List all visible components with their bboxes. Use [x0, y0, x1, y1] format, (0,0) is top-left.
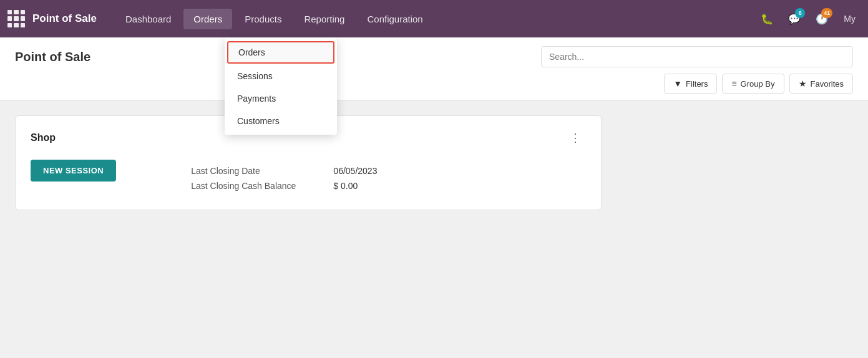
dropdown-item-orders[interactable]: Orders: [227, 41, 334, 64]
dropdown-item-payments[interactable]: Payments: [225, 87, 337, 110]
controls-row: ▼ Filters ≡ Group By ★ Favorites: [0, 67, 868, 100]
last-closing-cash-label: Last Closing Cash Balance: [191, 181, 296, 191]
favorites-button[interactable]: ★ Favorites: [789, 74, 853, 94]
nav-dashboard[interactable]: Dashboard: [115, 9, 181, 29]
dropdown-item-sessions[interactable]: Sessions: [225, 65, 337, 87]
group-by-label: Group By: [741, 79, 775, 89]
header-row: Point of Sale: [0, 37, 868, 67]
search-container: [541, 46, 853, 67]
orders-dropdown: Orders Sessions Payments Customers: [225, 37, 337, 135]
activity-badge: 41: [821, 8, 832, 18]
nav-configuration[interactable]: Configuration: [357, 9, 432, 29]
dropdown-item-customers[interactable]: Customers: [225, 110, 337, 132]
chat-icon-btn[interactable]: 💬 6: [784, 8, 805, 29]
topbar-app-title[interactable]: Point of Sale: [32, 12, 97, 25]
activity-icon-btn[interactable]: 🕐 41: [811, 8, 832, 29]
search-input[interactable]: [541, 46, 853, 67]
user-menu-btn[interactable]: My: [839, 11, 861, 26]
nav-products[interactable]: Products: [235, 9, 291, 29]
topbar: Point of Sale Dashboard Orders Products …: [0, 0, 868, 37]
filter-icon: ▼: [673, 79, 682, 89]
topbar-right: 🐛 💬 6 🕐 41 My: [756, 8, 861, 29]
chat-badge: 6: [795, 8, 805, 18]
shop-info: Last Closing Date Last Closing Cash Bala…: [191, 166, 377, 191]
group-by-button[interactable]: ≡ Group By: [722, 74, 784, 94]
topbar-nav: Dashboard Orders Products Reporting Conf…: [115, 9, 756, 29]
group-by-icon: ≡: [731, 79, 736, 89]
star-icon: ★: [799, 79, 807, 89]
main-content: Shop ⋮ NEW SESSION Last Closing Date Las…: [0, 100, 868, 357]
filters-button[interactable]: ▼ Filters: [664, 74, 717, 94]
nav-orders[interactable]: Orders: [183, 9, 232, 29]
nav-reporting[interactable]: Reporting: [294, 9, 354, 29]
app-grid-icon[interactable]: [7, 10, 25, 27]
shop-name: Shop: [31, 132, 56, 143]
last-closing-date-label: Last Closing Date: [191, 166, 296, 176]
new-session-button[interactable]: NEW SESSION: [31, 160, 116, 181]
last-closing-cash-value: $ 0.00: [333, 181, 377, 191]
shop-info-values: 06/05/2023 $ 0.00: [333, 166, 377, 191]
filters-label: Filters: [686, 79, 708, 89]
last-closing-date-value: 06/05/2023: [333, 166, 377, 176]
bug-icon-btn[interactable]: 🐛: [756, 8, 778, 29]
shop-info-labels: Last Closing Date Last Closing Cash Bala…: [191, 166, 296, 191]
kebab-menu-button[interactable]: ⋮: [565, 128, 586, 147]
favorites-label: Favorites: [811, 79, 844, 89]
